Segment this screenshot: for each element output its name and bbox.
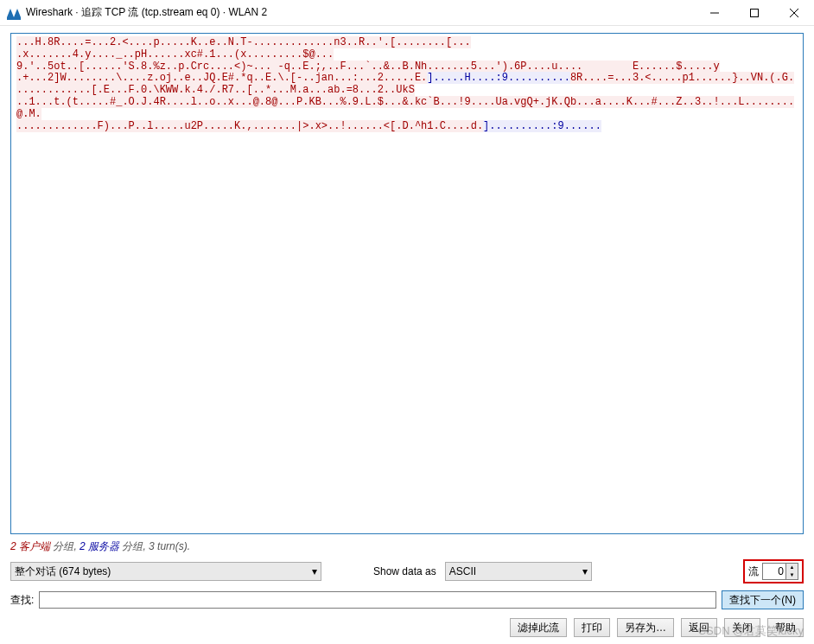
client-label: 客户端	[19, 540, 50, 552]
maximize-button[interactable]	[735, 0, 774, 26]
server-segment: ].....H....:9..........	[427, 72, 570, 84]
pkts-suffix-2: 分组	[122, 540, 143, 552]
server-label: 服务器	[88, 540, 119, 552]
server-pkts: 2	[79, 540, 86, 552]
help-button[interactable]: 帮助	[767, 618, 804, 637]
find-label: 查找:	[10, 593, 34, 608]
window-title: Wireshark · 追踪 TCP 流 (tcp.stream eq 0) ·…	[26, 5, 695, 20]
print-button[interactable]: 打印	[574, 618, 610, 637]
stream-selector-highlight: 流 ▲ ▼	[743, 559, 804, 583]
close-window-button[interactable]	[774, 0, 814, 26]
stream-label: 流	[748, 564, 759, 579]
maximize-icon	[750, 9, 759, 17]
minimize-icon	[710, 9, 719, 17]
stream-value-input[interactable]	[763, 564, 785, 579]
stream-spinner[interactable]: ▲ ▼	[762, 563, 798, 580]
close-icon	[790, 9, 798, 17]
spinner-up[interactable]: ▲	[786, 564, 798, 571]
stats-row: 2 客户端 分组, 2 服务器 分组, 3 turn(s).	[0, 538, 814, 556]
client-pkts: 2	[10, 540, 16, 552]
turns: 3 turn(s).	[149, 540, 190, 552]
stream-text: ...H.8R....=...2.<....p.....K..e..N.T-..…	[16, 37, 798, 132]
window-controls	[695, 0, 814, 26]
show-data-as-label: Show data as	[373, 565, 436, 577]
find-next-button[interactable]: 查找下一个(N)	[722, 590, 804, 609]
svg-rect-1	[751, 9, 759, 16]
server-segment: ]..........:9......	[483, 120, 601, 132]
chevron-down-icon: ▾	[312, 565, 317, 577]
stream-content-frame[interactable]: ...H.8R....=...2.<....p.....K..e..N.T-..…	[10, 33, 804, 534]
pkts-suffix-1: 分组	[53, 540, 73, 552]
options-row: 整个对话 (674 bytes) ▾ Show data as ASCII ▾ …	[0, 556, 814, 587]
wireshark-icon	[7, 6, 21, 20]
conversation-select[interactable]: 整个对话 (674 bytes) ▾	[10, 562, 321, 581]
chevron-down-icon: ▾	[582, 565, 588, 577]
close-button[interactable]: 关闭	[724, 618, 760, 637]
save-as-button[interactable]: 另存为…	[617, 618, 674, 637]
format-select[interactable]: ASCII ▾	[445, 562, 592, 581]
bottom-button-row: 滤掉此流 打印 另存为… 返回 关闭 帮助	[0, 613, 814, 644]
format-value: ASCII	[449, 565, 476, 577]
find-row: 查找: 查找下一个(N)	[0, 587, 814, 613]
spinner-down[interactable]: ▼	[786, 571, 798, 579]
find-input[interactable]	[39, 591, 716, 609]
minimize-button[interactable]	[695, 0, 735, 26]
filter-out-button[interactable]: 滤掉此流	[510, 618, 567, 637]
titlebar: Wireshark · 追踪 TCP 流 (tcp.stream eq 0) ·…	[0, 0, 814, 26]
back-button[interactable]: 返回	[681, 618, 717, 637]
conversation-value: 整个对话 (674 bytes)	[15, 564, 111, 579]
